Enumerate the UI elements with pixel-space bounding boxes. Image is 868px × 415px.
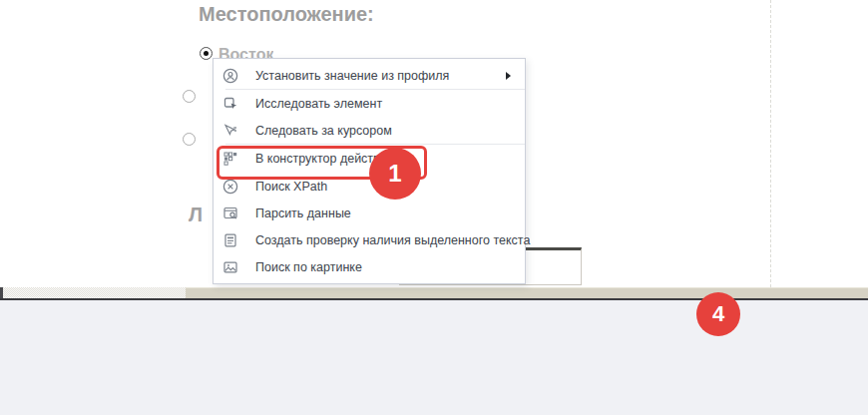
page-radio-2[interactable] [183, 90, 196, 103]
scrollbar-left-cap [0, 287, 3, 298]
check-selected-text-icon [222, 232, 238, 248]
follow-cursor-icon [222, 123, 238, 139]
location-heading: Местоположение: [199, 3, 374, 26]
menu-item-follow-cursor[interactable]: Следовать за курсором [214, 117, 525, 144]
menu-item-inspect-element[interactable]: Исследовать элемент [214, 90, 525, 117]
action-constructor-icon [222, 151, 238, 167]
menu-item-search-by-image[interactable]: Поиск по картинке [214, 253, 525, 280]
image-search-icon [222, 259, 238, 275]
zennoposter-element-search-screen: Местоположение: Восток Л Установить знач… [0, 0, 868, 415]
layout-guide-line [770, 0, 771, 287]
profile-icon [222, 68, 238, 84]
context-menu: Установить значение из профиля Исследова… [213, 58, 526, 284]
parse-data-icon [222, 206, 238, 221]
xpath-icon [222, 179, 238, 195]
menu-item-set-value-from-profile[interactable]: Установить значение из профиля [214, 62, 525, 89]
page-radio-label-clipped: Восток [218, 46, 273, 58]
inspect-element-icon [222, 96, 238, 112]
page-radio-3[interactable] [183, 133, 196, 146]
menu-item-search-xpath[interactable]: Поиск XPath [214, 173, 525, 200]
menu-item-create-selected-text-check[interactable]: Создать проверку наличия выделенного тек… [214, 226, 525, 253]
menu-item-action-constructor[interactable]: В конструктор действий [214, 145, 525, 173]
horizontal-scrollbar-thumb[interactable] [186, 287, 868, 298]
partial-heading: Л [189, 204, 203, 226]
submenu-arrow-icon [506, 72, 511, 80]
page-radio-selected[interactable] [200, 47, 213, 60]
element-search-panel: Поиск элемента Классический xPath Поиск … [0, 300, 868, 415]
menu-item-parse-data[interactable]: Парсить данные [214, 200, 525, 226]
